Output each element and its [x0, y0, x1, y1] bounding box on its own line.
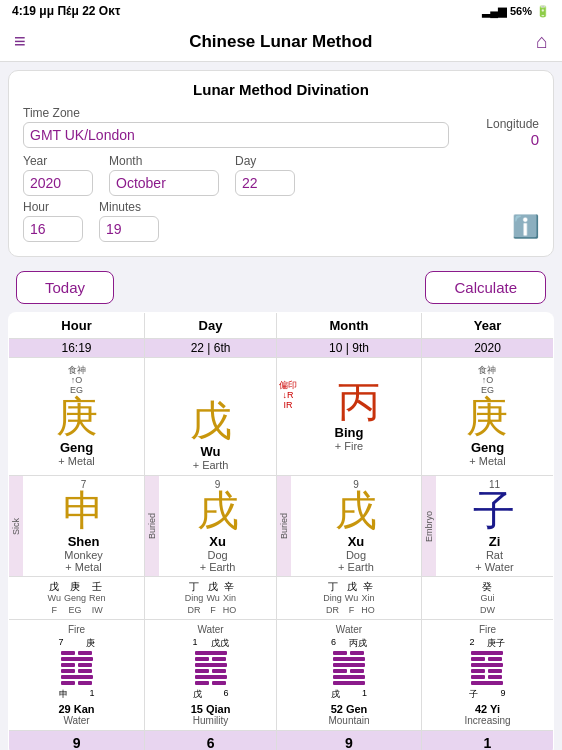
menu-icon[interactable]: ≡ — [14, 30, 26, 53]
page-title: Chinese Lunar Method — [26, 32, 536, 52]
nav-bar: ≡ Chinese Lunar Method ⌂ — [0, 22, 562, 62]
bottom-num-row: 9 6 9 1 — [9, 731, 554, 750]
hex-year-cell: Fire 2庚子 子9 — [421, 620, 553, 731]
hs-day-cell: 戊 Wu + Earth — [145, 358, 277, 476]
hid-month-cell: 丁 Ding DR 戊 Wu F 辛 Xin HO — [277, 577, 422, 620]
bottom-num-month: 9 — [277, 731, 422, 750]
day-group: Day 22 — [235, 154, 295, 196]
sub-header-row: 16:19 22 | 6th 10 | 9th 2020 — [9, 339, 554, 358]
eb-day-name: Xu — [209, 534, 226, 549]
eb-month-element: + Earth — [338, 561, 374, 573]
hs-hour-kanji: 庚 — [56, 396, 98, 438]
eb-day-cell: Buried 9 戌 Xu Dog + Earth — [145, 476, 277, 577]
hs-hour-cell: 食神↑OEG 庚 Geng + Metal — [9, 358, 145, 476]
info-icon[interactable]: ℹ️ — [512, 214, 539, 242]
hour-group: Hour 16 — [23, 200, 83, 242]
col-header-year: Year — [421, 313, 553, 339]
longitude-value: 0 — [449, 131, 539, 148]
col-header-day: Day — [145, 313, 277, 339]
hs-day-element: + Earth — [193, 459, 229, 471]
hid-year-cell: 癸 Gui DW — [421, 577, 553, 620]
day-select[interactable]: 22 — [235, 170, 295, 196]
day-label: Day — [235, 154, 295, 168]
hexagram-row: Fire 7庚 — [9, 620, 554, 731]
result-table: Hour Day Month Year 16:19 22 | 6th 10 | … — [8, 312, 554, 750]
timezone-row: Time Zone GMT UK/London Longitude 0 — [23, 106, 539, 148]
sub-month: 10 | 9th — [277, 339, 422, 358]
hs-month-element: + Fire — [335, 440, 363, 452]
hex-month-meaning: Mountain — [328, 715, 369, 726]
hs-month-name: Bing — [335, 425, 364, 440]
year-group: Year 2020 — [23, 154, 93, 196]
eb-month-cell: Buried 9 戌 Xu Dog + Earth — [277, 476, 422, 577]
today-button[interactable]: Today — [16, 271, 114, 304]
hex-hour-cell: Fire 7庚 — [9, 620, 145, 731]
hs-month-cell: 偏印↓RIR 丙 Bing + Fire — [277, 358, 422, 476]
eb-hour-cell: Sick 7 申 Shen Monkey + Metal — [9, 476, 145, 577]
table-header-row: Hour Day Month Year — [9, 313, 554, 339]
eb-year-cell: Embryo 11 子 Zi Rat + Water — [421, 476, 553, 577]
eb-year-name: Zi — [489, 534, 501, 549]
hs-day-name: Wu — [201, 444, 221, 459]
ymd-row: Year 2020 Month October Day 22 — [23, 154, 539, 196]
hs-year-cell: 食神↑OEG 庚 Geng + Metal — [421, 358, 553, 476]
hour-select[interactable]: 16 — [23, 216, 83, 242]
battery-icon: 56% — [510, 5, 532, 17]
minutes-group: Minutes 19 — [99, 200, 159, 242]
eb-day-kanji: 戌 — [197, 490, 239, 532]
month-group: Month October — [109, 154, 219, 196]
eb-day-element: + Earth — [200, 561, 236, 573]
eb-month-name: Xu — [348, 534, 365, 549]
longitude-label: Longitude — [449, 117, 539, 131]
eb-year-kanji: 子 — [473, 490, 515, 532]
hid-day-cell: 丁 Ding DR 戊 Wu F 辛 Xin HO — [145, 577, 277, 620]
minutes-label: Minutes — [99, 200, 159, 214]
hour-label: Hour — [23, 200, 83, 214]
bottom-num-day: 6 — [145, 731, 277, 750]
hex-month-cell: Water 6丙戌 戌1 — [277, 620, 422, 731]
bottom-num-year: 1 — [421, 731, 553, 750]
hs-month-kanji: 丙 — [338, 381, 380, 423]
hid-hour-cell: 戊 Wu F 庚 Geng EG 壬 Ren IW — [9, 577, 145, 620]
sub-hour: 16:19 — [9, 339, 145, 358]
sub-year: 2020 — [421, 339, 553, 358]
timezone-label: Time Zone — [23, 106, 449, 120]
timezone-select[interactable]: GMT UK/London — [23, 122, 449, 148]
year-select[interactable]: 2020 — [23, 170, 93, 196]
month-select[interactable]: October — [109, 170, 219, 196]
hs-year-name: Geng — [471, 440, 504, 455]
timezone-group: Time Zone GMT UK/London — [23, 106, 449, 148]
hex-day-cell: Water 1戊戊 戊6 — [145, 620, 277, 731]
main-content: Lunar Method Divination Time Zone GMT UK… — [0, 62, 562, 750]
hm-row: Hour 16 Minutes 19 ℹ️ — [23, 200, 539, 242]
calculate-button[interactable]: Calculate — [425, 271, 546, 304]
form-card: Lunar Method Divination Time Zone GMT UK… — [8, 70, 554, 257]
earthly-branches-row: Sick 7 申 Shen Monkey + Metal Buried — [9, 476, 554, 577]
hidden-stems-row: 戊 Wu F 庚 Geng EG 壬 Ren IW — [9, 577, 554, 620]
home-icon[interactable]: ⌂ — [536, 30, 548, 53]
hex-day-meaning: Humility — [193, 715, 229, 726]
minutes-select[interactable]: 19 — [99, 216, 159, 242]
status-time: 4:19 μμ Πέμ 22 Οκτ — [12, 4, 120, 18]
hex-month-number: 52 Gen — [331, 703, 368, 715]
eb-hour-kanji: 申 — [63, 490, 105, 532]
hex-year-number: 42 Yi — [475, 703, 500, 715]
sub-day: 22 | 6th — [145, 339, 277, 358]
hex-year-meaning: Increasing — [464, 715, 510, 726]
hex-day-number: 15 Qian — [191, 703, 231, 715]
month-label: Month — [109, 154, 219, 168]
hs-year-element: + Metal — [469, 455, 505, 467]
button-row: Today Calculate — [8, 267, 554, 312]
status-icons: ▂▄▆ 56% 🔋 — [482, 5, 550, 18]
col-header-month: Month — [277, 313, 422, 339]
hex-hour-number: 29 Kan — [58, 703, 94, 715]
hs-day-kanji: 戊 — [190, 400, 232, 442]
eb-hour-element: + Metal — [65, 561, 101, 573]
status-bar: 4:19 μμ Πέμ 22 Οκτ ▂▄▆ 56% 🔋 — [0, 0, 562, 22]
eb-month-kanji: 戌 — [335, 490, 377, 532]
eb-year-element: + Water — [475, 561, 513, 573]
year-label: Year — [23, 154, 93, 168]
longitude-group: Longitude 0 — [449, 117, 539, 148]
hs-hour-element: + Metal — [58, 455, 94, 467]
hex-hour-meaning: Water — [63, 715, 89, 726]
